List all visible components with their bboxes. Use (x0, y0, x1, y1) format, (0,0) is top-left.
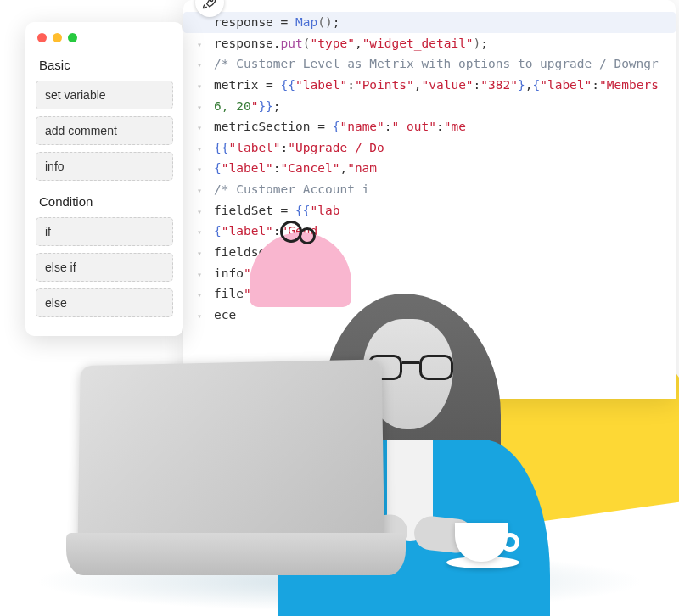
laptop-illustration (75, 361, 397, 575)
palette-item-info[interactable]: info (36, 152, 173, 181)
palette-section-heading: Basic (25, 51, 183, 81)
coffee-cup-illustration (450, 514, 523, 568)
code-line[interactable]: metrix = {{"label":"Points","value":"382… (214, 75, 659, 96)
code-line[interactable]: {"label":"Cancel","nam (214, 158, 659, 179)
palette-item-if[interactable]: if (36, 217, 173, 246)
palette-item-else-if[interactable]: else if (36, 253, 173, 282)
palette-item-set-variable[interactable]: set variable (36, 81, 173, 109)
code-line[interactable]: /* Customer Account i (214, 179, 659, 200)
palette-item-add-comment[interactable]: add comment (36, 116, 173, 145)
block-palette-window: Basicset variableadd commentinfoConditio… (25, 22, 183, 336)
code-line[interactable]: response.put("type","widget_detail"); (214, 33, 659, 54)
code-line[interactable]: {{"label":"Upgrade / Do (214, 137, 659, 159)
code-line[interactable]: /* Customer Level as Metrix with options… (214, 53, 659, 75)
window-zoom-dot[interactable] (68, 33, 77, 42)
code-line[interactable]: 6, 20"}}; (214, 96, 659, 117)
palette-section-heading: Condition (25, 188, 183, 217)
window-titlebar (25, 22, 183, 51)
palette-item-else[interactable]: else (36, 288, 173, 317)
code-line[interactable]: response = Map(); (183, 12, 676, 33)
svg-point-0 (210, 0, 212, 2)
code-line[interactable]: metricSection = {"name":" out":"me (214, 116, 659, 137)
window-minimize-dot[interactable] (53, 33, 62, 42)
window-close-dot[interactable] (37, 33, 47, 42)
